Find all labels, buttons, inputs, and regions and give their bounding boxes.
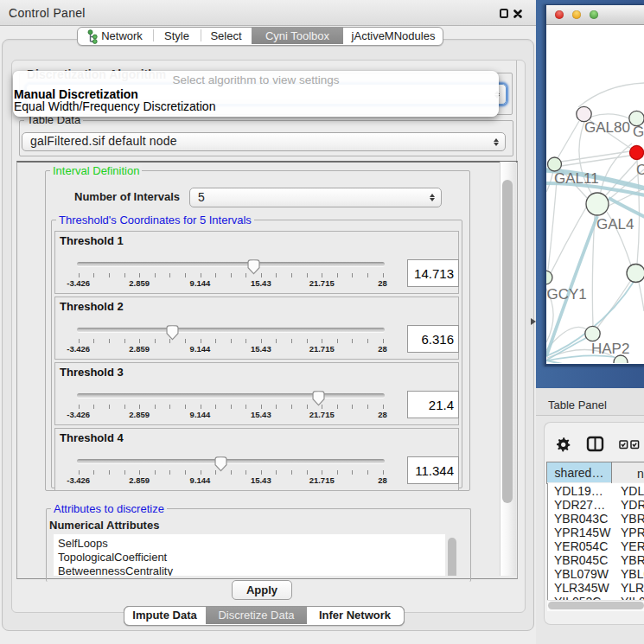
- svg-text:GAL80: GAL80: [584, 119, 630, 136]
- svg-text:HAP2: HAP2: [591, 341, 629, 357]
- svg-text:C: C: [636, 162, 644, 178]
- svg-text:GA: GA: [633, 124, 644, 140]
- svg-text:GAL4: GAL4: [596, 216, 634, 233]
- svg-text:GCY1: GCY1: [547, 286, 587, 303]
- svg-text:GAL11: GAL11: [554, 170, 599, 187]
